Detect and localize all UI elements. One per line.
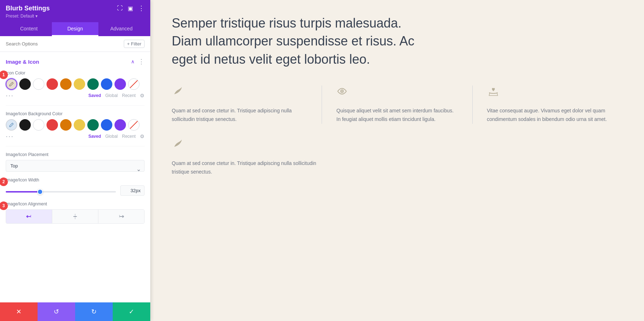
blurb-item-1: Quam at sed conse ctetur in. Tristique a… bbox=[172, 86, 322, 124]
panel-tabs: Content Design Advanced bbox=[6, 22, 145, 36]
bg-color-settings-icon[interactable]: ⚙ bbox=[140, 133, 145, 139]
blurb-item-2: Quisque aliquet velit sit amet sem inter… bbox=[322, 86, 472, 124]
bg-color-green[interactable] bbox=[87, 119, 99, 131]
icon-color-label: Icon Color bbox=[6, 70, 145, 76]
panel-search-bar: + Filter bbox=[0, 36, 150, 52]
blurb-icon-1 bbox=[172, 86, 307, 99]
section-controls: ∧ ⋮ bbox=[131, 58, 145, 65]
blurb-grid-row1: Quam at sed conse ctetur in. Tristique a… bbox=[172, 86, 623, 124]
bg-color-swatches bbox=[6, 119, 145, 131]
alignment-field: 3 Image/Icon Alignment bbox=[6, 201, 145, 224]
expand-icon[interactable]: ⛶ bbox=[117, 5, 123, 11]
panel-header: Blurb Settings ⛶ ▣ ⋮ Preset: Default ▾ C… bbox=[0, 0, 150, 36]
more-icon[interactable]: ⋮ bbox=[138, 4, 145, 12]
align-right-button[interactable] bbox=[98, 210, 144, 223]
blurb-item-4: Quam at sed conse ctetur in. Tristique a… bbox=[172, 138, 322, 176]
bg-color-white[interactable] bbox=[33, 119, 44, 131]
badge-3: 3 bbox=[0, 201, 8, 210]
color-white[interactable] bbox=[33, 78, 44, 90]
width-slider-row bbox=[6, 185, 145, 196]
section-collapse-icon[interactable]: ∧ bbox=[131, 59, 135, 64]
color-tags: Saved Global Recent ⚙ bbox=[88, 93, 145, 98]
icon-color-field: 1 Icon Color ··· bbox=[6, 70, 145, 99]
color-green[interactable] bbox=[87, 78, 99, 90]
blurb-text-3: Vitae consequat augue. Vivamus eget dolo… bbox=[487, 107, 623, 124]
blurb-text-2: Quisque aliquet velit sit amet sem inter… bbox=[336, 107, 458, 124]
blurb-icon-2 bbox=[336, 86, 458, 99]
blurb-grid-row2: Quam at sed conse ctetur in. Tristique a… bbox=[172, 138, 623, 176]
bg-saved-tag[interactable]: Saved bbox=[88, 134, 101, 139]
main-content: Semper tristique risus turpis malesuada.… bbox=[150, 0, 644, 321]
redo-button[interactable]: ↻ bbox=[75, 302, 113, 321]
bg-color-yellow[interactable] bbox=[74, 119, 85, 131]
section-header: Image & Icon ∧ ⋮ bbox=[6, 58, 145, 65]
global-tag[interactable]: Global bbox=[105, 93, 118, 98]
bg-recent-tag[interactable]: Recent bbox=[122, 134, 136, 139]
placement-select-wrapper: Top Left Right bbox=[6, 160, 145, 177]
bg-color-purple[interactable] bbox=[114, 119, 126, 131]
filter-button[interactable]: + Filter bbox=[124, 40, 145, 48]
color-yellow[interactable] bbox=[74, 78, 85, 90]
width-value-input[interactable] bbox=[120, 185, 145, 196]
svg-point-11 bbox=[341, 91, 343, 92]
placement-select[interactable]: Top Left Right bbox=[6, 160, 145, 172]
icon-color-actions: ··· Saved Global Recent ⚙ bbox=[6, 91, 145, 99]
color-none[interactable] bbox=[128, 78, 140, 90]
width-label: Image/Icon Width bbox=[6, 177, 145, 183]
bg-color-picker[interactable] bbox=[6, 119, 17, 131]
settings-panel: Blurb Settings ⛶ ▣ ⋮ Preset: Default ▾ C… bbox=[0, 0, 150, 321]
badge-1: 1 bbox=[0, 70, 8, 79]
panel-preset[interactable]: Preset: Default ▾ bbox=[6, 14, 145, 19]
tab-advanced[interactable]: Advanced bbox=[98, 22, 145, 36]
tab-content[interactable]: Content bbox=[6, 22, 52, 36]
width-slider-container bbox=[6, 188, 116, 194]
section-title: Image & Icon bbox=[6, 59, 39, 65]
bg-color-tags: Saved Global Recent ⚙ bbox=[88, 133, 145, 139]
width-slider[interactable] bbox=[6, 191, 116, 193]
align-left-button[interactable] bbox=[6, 210, 52, 223]
bg-global-tag[interactable]: Global bbox=[105, 134, 118, 139]
color-blue[interactable] bbox=[101, 78, 112, 90]
badge-2: 2 bbox=[0, 177, 8, 186]
section-more-icon[interactable]: ⋮ bbox=[138, 58, 145, 65]
bg-color-orange[interactable] bbox=[60, 119, 72, 131]
cancel-button[interactable]: ✕ bbox=[0, 302, 38, 321]
alignment-buttons bbox=[6, 209, 145, 224]
bg-color-field: Image/Icon Background Color ··· bbox=[6, 111, 145, 140]
blurb-item-3: Vitae consequat augue. Vivamus eget dolo… bbox=[473, 86, 623, 124]
recent-tag[interactable]: Recent bbox=[122, 93, 136, 98]
blurb-icon-4 bbox=[172, 138, 322, 152]
main-heading: Semper tristique risus turpis malesuada.… bbox=[172, 14, 429, 68]
icon-color-picker[interactable] bbox=[6, 78, 17, 90]
blurb-empty-2 bbox=[322, 138, 623, 176]
more-colors-icon[interactable]: ··· bbox=[6, 91, 14, 99]
preset-chevron-icon: ▾ bbox=[35, 14, 38, 19]
panel-title-icons: ⛶ ▣ ⋮ bbox=[117, 4, 145, 12]
bg-color-label: Image/Icon Background Color bbox=[6, 111, 145, 116]
save-button[interactable]: ✓ bbox=[113, 302, 150, 321]
saved-tag[interactable]: Saved bbox=[88, 93, 101, 98]
blurb-text-1: Quam at sed conse ctetur in. Tristique a… bbox=[172, 107, 307, 124]
tab-design[interactable]: Design bbox=[52, 22, 98, 36]
color-purple[interactable] bbox=[114, 78, 126, 90]
blurb-text-4: Quam at sed conse ctetur in. Tristique a… bbox=[172, 159, 322, 176]
bg-color-blue[interactable] bbox=[101, 119, 112, 131]
color-orange[interactable] bbox=[60, 78, 72, 90]
bg-more-colors-icon[interactable]: ··· bbox=[6, 132, 14, 140]
color-settings-icon[interactable]: ⚙ bbox=[140, 93, 145, 98]
columns-icon[interactable]: ▣ bbox=[128, 5, 133, 12]
bg-color-red[interactable] bbox=[47, 119, 58, 131]
blurb-icon-3 bbox=[487, 86, 623, 99]
bg-color-none[interactable] bbox=[128, 119, 140, 131]
bg-color-black[interactable] bbox=[19, 119, 31, 131]
align-center-button[interactable] bbox=[52, 210, 98, 223]
search-input[interactable] bbox=[6, 41, 121, 47]
width-field: 2 Image/Icon Width bbox=[6, 177, 145, 196]
color-red[interactable] bbox=[47, 78, 58, 90]
undo-button[interactable]: ↺ bbox=[38, 302, 75, 321]
placement-field: Image/Icon Placement Top Left Right bbox=[6, 152, 145, 177]
panel-title: Blurb Settings bbox=[6, 5, 50, 12]
bg-color-actions: ··· Saved Global Recent ⚙ bbox=[6, 132, 145, 140]
color-black[interactable] bbox=[19, 78, 31, 90]
placement-label: Image/Icon Placement bbox=[6, 152, 145, 157]
